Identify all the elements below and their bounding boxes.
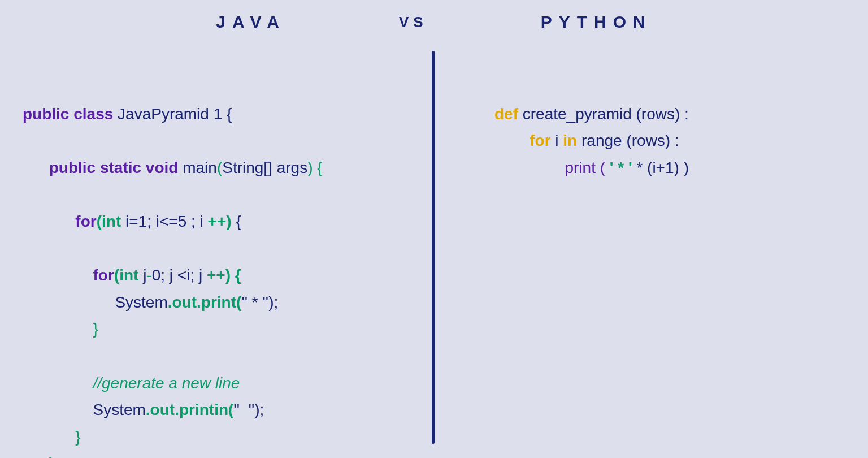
- vertical-divider: [432, 51, 435, 444]
- java-int-outer: int: [102, 213, 125, 230]
- comparison-header: JAVA VS PYTHON: [0, 0, 868, 32]
- java-for-inner: for: [93, 266, 114, 284]
- java-main-args: String[] args: [222, 159, 307, 176]
- java-dash: -: [146, 266, 151, 284]
- java-paren-close: ) {: [307, 159, 322, 176]
- java-paren-open: (: [217, 159, 222, 176]
- py-star: ' * ': [610, 159, 637, 176]
- java-close-main: }: [49, 455, 54, 458]
- java-printarg1: '' * '');: [241, 293, 278, 311]
- py-print: print (: [565, 159, 609, 176]
- java-classname: JavaPyramid 1 {: [118, 105, 232, 123]
- java-printarg2: '' '');: [233, 401, 264, 418]
- java-outprintln: .out.printin(: [146, 401, 234, 418]
- py-funcname: create_pyramid (rows) :: [523, 105, 689, 123]
- java-kw-public-static-void: public static void: [49, 159, 183, 176]
- java-system2: System: [93, 401, 145, 418]
- py-i: i: [555, 132, 563, 149]
- java-paren2: (: [114, 266, 119, 284]
- java-for-outer: for: [75, 213, 96, 230]
- java-main: main: [183, 159, 217, 176]
- java-paren: (: [97, 213, 102, 230]
- py-mult: * (i+1) ): [636, 159, 689, 176]
- java-comment: //generate a new line: [93, 374, 240, 392]
- java-close-inner: }: [93, 320, 98, 338]
- java-kw-public-class: public class: [23, 105, 118, 123]
- python-code-block: def create_pyramid (rows) : for i in ran…: [494, 74, 689, 181]
- header-python-title: PYTHON: [541, 12, 652, 32]
- java-system1: System: [115, 293, 167, 311]
- py-range: range (rows) :: [581, 132, 679, 149]
- py-in: in: [563, 132, 581, 149]
- header-java-title: JAVA: [216, 12, 286, 32]
- java-pp-inner: ++) {: [207, 266, 241, 284]
- java-cond-outer: i=1; i<=5 ; i: [125, 213, 208, 230]
- java-outprint1: .out.print(: [168, 293, 242, 311]
- py-def: def: [494, 105, 523, 123]
- java-pp-outer: ++): [208, 213, 236, 230]
- py-for: for: [530, 132, 555, 149]
- java-cond-inner: 0; j <i; j: [152, 266, 207, 284]
- java-int-inner: int: [119, 266, 143, 284]
- header-vs-label: VS: [399, 14, 428, 31]
- java-code-block: public class JavaPyramid 1 { public stat…: [23, 74, 323, 458]
- java-close-outer-for: }: [75, 428, 80, 446]
- java-brace-outer: {: [236, 213, 241, 230]
